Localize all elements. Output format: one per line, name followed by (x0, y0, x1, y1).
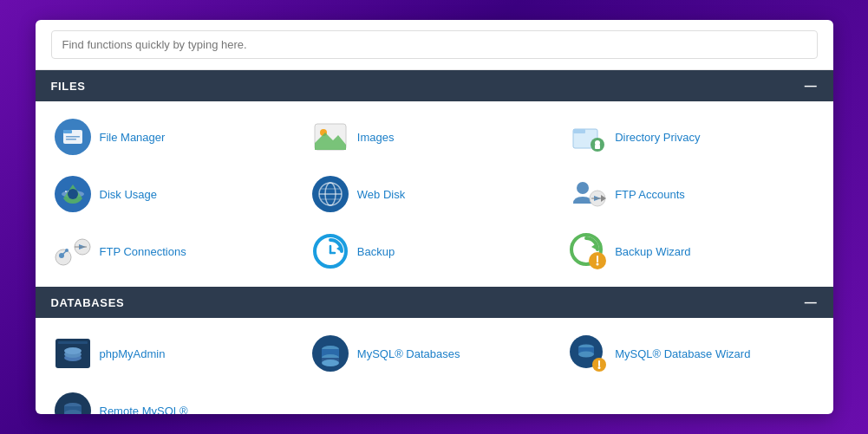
backup-icon (312, 233, 349, 269)
ftp-connections-label: FTP Connections (100, 245, 186, 258)
databases-section-label: DATABASES (51, 296, 125, 309)
svg-point-24 (577, 182, 589, 194)
item-backup-wizard[interactable]: Backup Wizard (566, 228, 817, 275)
mysql-databases-label: MySQL® Databases (357, 347, 460, 360)
ftp-accounts-label: FTP Accounts (615, 188, 685, 201)
ftp-connections-icon (55, 233, 91, 269)
svg-point-17 (68, 189, 78, 199)
svg-rect-3 (66, 136, 80, 138)
content-area: FILES — File Manager (36, 70, 833, 414)
svg-point-32 (65, 249, 69, 252)
section-files: FILES — File Manager (36, 70, 833, 287)
item-web-disk[interactable]: Web Disk (309, 171, 559, 217)
directory-privacy-label: Directory Privacy (615, 131, 700, 144)
item-phpmyadmin[interactable]: phpMyAdmin (51, 330, 302, 377)
remote-mysql-label: Remote MySQL® (100, 405, 188, 415)
databases-section-header: DATABASES — (36, 287, 833, 318)
databases-collapse-icon[interactable]: — (805, 295, 818, 309)
item-disk-usage[interactable]: Disk Usage (51, 171, 302, 217)
mysql-wizard-label: MySQL® Database Wizard (615, 347, 750, 360)
remote-mysql-icon (55, 392, 91, 414)
mysql-wizard-icon (570, 335, 606, 372)
mysql-databases-icon (312, 335, 349, 372)
svg-point-62 (598, 366, 601, 369)
item-directory-privacy[interactable]: Directory Privacy (566, 113, 817, 160)
web-disk-icon (312, 176, 349, 212)
files-section-header: FILES — (36, 70, 833, 101)
backup-wizard-icon (570, 233, 606, 269)
backup-label: Backup (357, 245, 395, 258)
item-images[interactable]: Images (309, 113, 559, 160)
item-file-manager[interactable]: File Manager (51, 113, 302, 160)
item-mysql-databases[interactable]: MySQL® Databases (309, 330, 559, 377)
svg-rect-46 (58, 341, 88, 344)
ftp-accounts-icon (570, 176, 606, 212)
svg-point-59 (578, 352, 594, 358)
item-backup[interactable]: Backup (309, 228, 559, 275)
item-remote-mysql[interactable]: Remote MySQL® (51, 387, 302, 414)
web-disk-label: Web Disk (357, 188, 405, 201)
backup-wizard-label: Backup Wizard (615, 245, 690, 258)
search-input[interactable] (51, 30, 818, 59)
images-label: Images (357, 131, 395, 144)
databases-items-grid: phpMyAdmin MySQL® Databases (36, 318, 833, 414)
svg-rect-12 (595, 145, 600, 149)
svg-point-55 (322, 360, 339, 366)
svg-rect-9 (573, 129, 585, 133)
svg-point-49 (64, 347, 82, 354)
file-manager-label: File Manager (100, 131, 166, 144)
disk-usage-icon (55, 176, 91, 212)
files-section-label: FILES (51, 80, 86, 93)
item-ftp-accounts[interactable]: FTP Accounts (566, 171, 817, 217)
disk-usage-label: Disk Usage (100, 188, 157, 201)
files-collapse-icon[interactable]: — (805, 79, 818, 93)
file-manager-icon (55, 119, 91, 155)
images-icon (312, 119, 349, 155)
phpmyadmin-icon (55, 335, 91, 372)
svg-rect-15 (65, 191, 67, 192)
search-bar (36, 20, 833, 70)
item-ftp-connections[interactable]: FTP Connections (51, 228, 302, 275)
section-databases: DATABASES — phpMyAdmin (36, 287, 833, 414)
files-items-grid: File Manager Images (36, 101, 833, 287)
svg-rect-2 (63, 130, 72, 133)
main-panel: FILES — File Manager (36, 20, 833, 414)
phpmyadmin-label: phpMyAdmin (100, 347, 166, 360)
svg-point-44 (597, 263, 599, 266)
svg-rect-4 (66, 139, 76, 140)
directory-privacy-icon (570, 119, 606, 155)
item-mysql-wizard[interactable]: MySQL® Database Wizard (566, 330, 817, 377)
